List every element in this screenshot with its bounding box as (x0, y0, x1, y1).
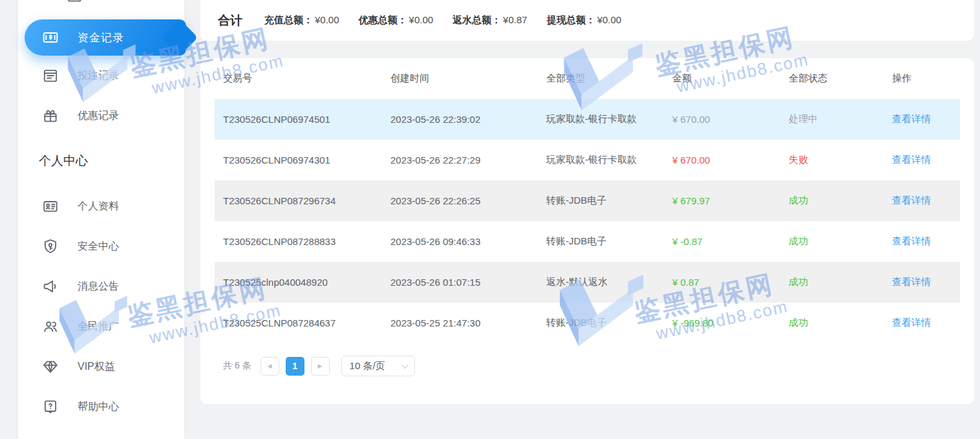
transactions-card: 交易号 创建时间 全部类型 金额 全部状态 操作 T230526CLNP0697… (200, 58, 974, 404)
cell-type: 转账-JDB电子 (546, 317, 672, 329)
stat-label: 提现总额： (547, 14, 595, 25)
header-status[interactable]: 全部状态 (789, 72, 892, 85)
view-details-link[interactable]: 查看详情 (892, 235, 952, 248)
security-icon (42, 238, 59, 255)
sidebar-item-announcements[interactable]: 消息公告 (18, 266, 184, 306)
cell-type: 转账-JDB电子 (546, 235, 672, 248)
sidebar-item-label: 全民推广 (78, 320, 119, 334)
sidebar-item-label: 优惠记录 (78, 109, 119, 123)
stat-withdraw-total: 提现总额：¥0.00 (547, 14, 622, 27)
cell-type: 返水-默认返水 (546, 276, 672, 288)
cell-created-time: 2023-05-26 22:26:25 (390, 195, 546, 206)
cell-type: 玩家取款-银行卡取款 (546, 154, 672, 166)
cell-transaction-no: T230525clnp040048920 (223, 277, 390, 288)
table-row[interactable]: T230526CLNP06974301 2023-05-26 22:27:29 … (215, 140, 960, 180)
cell-transaction-no: T230526CLNP087288833 (223, 236, 390, 247)
cell-type: 转账-JDB电子 (546, 195, 672, 207)
cell-transaction-no: T230526CLNP06974301 (223, 155, 390, 166)
sidebar-item-label: 个人资料 (78, 200, 119, 213)
table-row[interactable]: T230526CLNP06974501 2023-05-26 22:39:02 … (215, 99, 960, 140)
status-badge: 成功 (789, 317, 892, 329)
chevron-down-icon (401, 361, 408, 369)
sidebar-item-vip[interactable]: VIP权益 (18, 347, 184, 387)
sidebar-item-security-center[interactable]: 安全中心 (18, 226, 184, 266)
sidebar-item-label: VIP权益 (78, 360, 115, 374)
announcement-icon (42, 278, 59, 295)
sidebar-item-label: 帮助中心 (78, 400, 119, 414)
cell-created-time: 2023-05-25 21:47:30 (390, 317, 546, 328)
stat-promo-total: 优惠总额：¥0.00 (359, 14, 434, 27)
page-size-select[interactable]: 10 条/页 (341, 356, 415, 376)
wallet-icon (66, 0, 83, 4)
cell-amount: ¥ 0.87 (672, 277, 789, 288)
table-row[interactable]: T230525CLNP087284637 2023-05-25 21:47:30… (215, 303, 960, 343)
stat-value: ¥0.00 (409, 14, 434, 25)
sidebar-section-personal-center: 个人中心 (18, 136, 184, 186)
table-row[interactable]: T230526CLNP087288833 2023-05-26 09:46:33… (215, 221, 960, 262)
header-transaction-no: 交易号 (223, 72, 390, 85)
header-amount: 金额 (672, 72, 789, 85)
promotion-icon (42, 318, 59, 335)
header-type[interactable]: 全部类型 (546, 72, 672, 85)
help-icon (42, 398, 59, 415)
stat-rebate-total: 返水总额：¥0.87 (453, 14, 527, 27)
sidebar-item-bet-record[interactable]: 投注记录 (18, 56, 184, 96)
stat-label: 充值总额： (264, 14, 313, 25)
header-actions: 操作 (892, 72, 952, 85)
status-badge: 成功 (789, 276, 892, 288)
prev-page-button[interactable]: ◀ (261, 357, 279, 376)
cell-amount: ¥ 679.97 (672, 195, 789, 206)
table-row[interactable]: T230526CLNP087296734 2023-05-26 22:26:25… (215, 180, 960, 221)
stat-value: ¥0.00 (315, 14, 339, 25)
cell-amount: ¥ -969.80 (672, 317, 789, 328)
header-created-time: 创建时间 (390, 72, 546, 85)
sidebar-item-promo-record[interactable]: 优惠记录 (18, 96, 184, 136)
status-badge: 失败 (789, 154, 892, 166)
view-details-link[interactable]: 查看详情 (892, 195, 952, 207)
view-details-link[interactable]: 查看详情 (892, 317, 952, 329)
table-header-row: 交易号 创建时间 全部类型 金额 全部状态 操作 (215, 58, 960, 99)
cell-transaction-no: T230525CLNP087284637 (223, 317, 390, 328)
next-page-button[interactable]: ▶ (311, 357, 330, 376)
bet-record-icon (42, 67, 59, 84)
status-badge: 成功 (789, 195, 892, 207)
pagination-total: 共 6 条 (223, 360, 251, 372)
view-details-link[interactable]: 查看详情 (892, 154, 952, 166)
sidebar-item-profile[interactable]: 个人资料 (18, 186, 184, 226)
vip-icon (42, 358, 59, 375)
stat-value: ¥0.87 (503, 14, 527, 25)
sidebar-item-label: 取款中心 (101, 0, 143, 3)
sidebar: 取款中心 资金记录 投注记录 优惠记录 个人中心 个人资料 安全中心 消息公告 (18, 0, 184, 439)
sidebar-item-help-center[interactable]: 帮助中心 (18, 387, 184, 427)
view-details-link[interactable]: 查看详情 (892, 276, 952, 288)
table-row[interactable]: T230525clnp040048920 2023-05-26 01:07:15… (215, 262, 960, 303)
sidebar-item-label: 资金记录 (78, 30, 124, 45)
stat-label: 返水总额： (453, 14, 501, 25)
cell-amount: ¥ 670.00 (672, 155, 789, 166)
cell-transaction-no: T230526CLNP06974501 (223, 114, 390, 125)
page-size-value: 10 条/页 (350, 360, 385, 372)
cell-amount: ¥ -0.87 (672, 236, 789, 247)
id-card-icon (42, 198, 59, 215)
cell-type: 玩家取款-银行卡取款 (546, 113, 672, 125)
sidebar-item-withdraw-center[interactable]: 取款中心 (18, 0, 184, 8)
stat-label: 优惠总额： (359, 14, 407, 25)
gift-icon (42, 107, 59, 124)
view-details-link[interactable]: 查看详情 (892, 113, 952, 125)
cell-created-time: 2023-05-26 22:39:02 (390, 114, 546, 125)
sidebar-item-label: 安全中心 (78, 240, 119, 253)
cell-amount: ¥ 670.00 (672, 114, 789, 125)
sidebar-item-funds-record[interactable]: 资金记录 (25, 19, 186, 56)
page-number-button[interactable]: 1 (286, 357, 304, 376)
summary-title: 合计 (218, 12, 242, 29)
pagination: 共 6 条 ◀ 1 ▶ 10 条/页 (215, 356, 960, 376)
status-badge: 处理中 (789, 113, 892, 125)
status-badge: 成功 (789, 235, 892, 248)
sidebar-item-promotion[interactable]: 全民推广 (18, 306, 184, 347)
money-record-icon (42, 29, 59, 46)
prev-arrow-icon: ◀ (268, 363, 272, 369)
sidebar-item-label: 投注记录 (78, 69, 119, 83)
cell-created-time: 2023-05-26 09:46:33 (390, 236, 546, 247)
sidebar-item-label: 消息公告 (78, 280, 119, 294)
stat-value: ¥0.00 (597, 14, 622, 25)
